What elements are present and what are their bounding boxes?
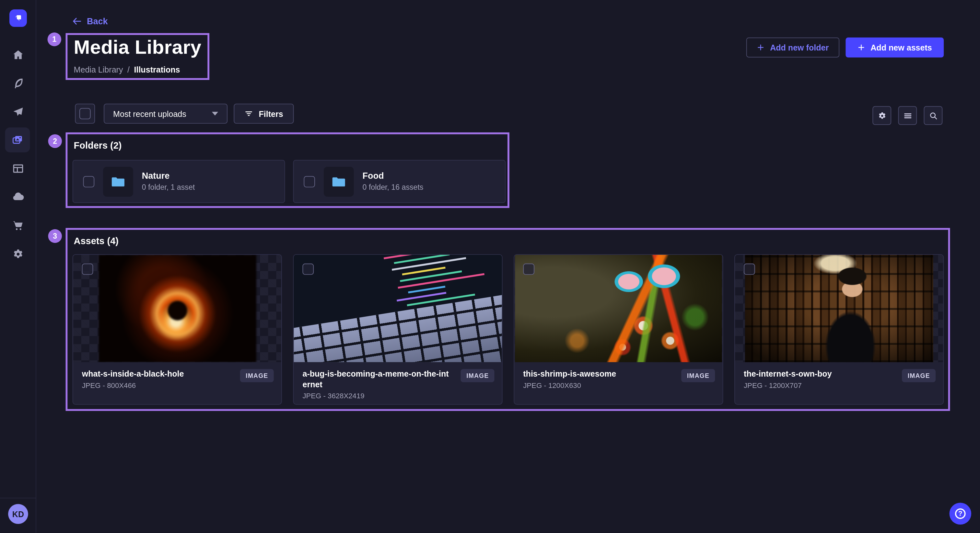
- asset-checkbox[interactable]: [744, 263, 755, 275]
- sidebar-divider: [0, 498, 36, 498]
- cloud-icon: [12, 190, 25, 203]
- sidebar-item-home[interactable]: [0, 43, 36, 67]
- folder-card-nature[interactable]: Nature 0 folder, 1 asset: [73, 160, 285, 203]
- select-all-checkbox[interactable]: [80, 108, 91, 119]
- folder-name: Food: [363, 170, 423, 182]
- asset-footer: this-shrimp-is-awesome JPEG - 1200X630 I…: [514, 362, 722, 405]
- asset-meta: JPEG - 1200X630: [523, 381, 715, 389]
- asset-footer: the-internet-s-own-boy JPEG - 1200X707 I…: [735, 362, 943, 405]
- folder-card-food[interactable]: Food 0 folder, 16 assets: [293, 160, 506, 203]
- asset-checkbox[interactable]: [82, 263, 93, 275]
- asset-title: this-shrimp-is-awesome: [523, 369, 673, 380]
- sidebar-item-releases[interactable]: [0, 99, 36, 124]
- asset-title: a-bug-is-becoming-a-meme-on-the-internet: [302, 369, 452, 390]
- annotation-badge-1: 1: [48, 32, 61, 46]
- filter-icon: [244, 109, 253, 118]
- folder-checkbox[interactable]: [304, 176, 315, 187]
- breadcrumb-current: Illustrations: [134, 65, 180, 75]
- sidebar-item-settings[interactable]: [0, 241, 36, 266]
- user-avatar[interactable]: KD: [8, 504, 28, 524]
- add-new-assets-button[interactable]: Add new assets: [845, 38, 944, 58]
- add-new-folder-button[interactable]: Add new folder: [746, 38, 839, 58]
- sidebar-item-media-library[interactable]: [5, 127, 30, 152]
- folder-icon: [331, 173, 347, 189]
- plus-icon: [757, 44, 765, 51]
- black-hole-photo: [99, 255, 256, 362]
- asset-footer: what-s-inside-a-black-hole JPEG - 800X46…: [73, 362, 281, 405]
- breadcrumb-separator: /: [127, 65, 130, 75]
- app-window: KD Back 1 Media Library Media Library / …: [0, 0, 980, 533]
- sidebar-item-deploy[interactable]: [0, 184, 36, 209]
- back-label: Back: [87, 16, 108, 26]
- library-portrait-photo: [745, 255, 933, 362]
- sort-select-value: Most recent uploads: [113, 109, 186, 119]
- sidebar-item-marketplace[interactable]: [0, 213, 36, 238]
- breadcrumb-root[interactable]: Media Library: [74, 65, 123, 75]
- strapi-logo-icon: [13, 13, 23, 23]
- gear-icon: [12, 248, 25, 261]
- folder-icon: [110, 173, 126, 189]
- asset-type-badge: IMAGE: [240, 369, 274, 382]
- question-mark-icon: ?: [955, 508, 966, 519]
- annotation-region-title: Media Library Media Library / Illustrati…: [66, 33, 210, 80]
- asset-meta: JPEG - 800X466: [82, 381, 274, 389]
- breadcrumb: Media Library / Illustrations: [74, 65, 180, 75]
- asset-checkbox[interactable]: [523, 263, 535, 275]
- asset-type-badge: IMAGE: [681, 369, 715, 382]
- asset-card-bug-meme[interactable]: a-bug-is-becoming-a-meme-on-the-internet…: [293, 254, 503, 405]
- asset-card-shrimp[interactable]: this-shrimp-is-awesome JPEG - 1200X630 I…: [514, 254, 723, 405]
- asset-type-badge: IMAGE: [461, 369, 495, 382]
- annotation-badge-2: 2: [48, 134, 62, 148]
- media-library-icon: [11, 134, 24, 146]
- assets-heading: Assets (4): [74, 235, 119, 246]
- folder-checkbox[interactable]: [83, 176, 95, 187]
- folder-name: Nature: [142, 170, 195, 182]
- folder-tile: [324, 167, 354, 197]
- back-arrow-icon: [72, 16, 82, 26]
- add-new-assets-label: Add new assets: [870, 43, 932, 52]
- filters-label: Filters: [259, 109, 283, 119]
- plus-icon: [858, 44, 865, 51]
- asset-title: what-s-inside-a-black-hole: [82, 369, 232, 380]
- home-icon: [12, 49, 25, 61]
- strapi-logo[interactable]: [10, 10, 27, 27]
- folders-heading: Folders (2): [74, 140, 122, 151]
- asset-type-badge: IMAGE: [902, 369, 935, 382]
- asset-card-black-hole[interactable]: what-s-inside-a-black-hole JPEG - 800X46…: [73, 254, 282, 405]
- sort-select[interactable]: Most recent uploads: [104, 104, 228, 124]
- view-settings-button[interactable]: [872, 106, 891, 125]
- sidebar-item-content-manager[interactable]: [0, 71, 36, 95]
- layout-icon: [12, 162, 25, 175]
- folder-meta: 0 folder, 1 asset: [142, 182, 195, 193]
- list-icon: [903, 111, 912, 120]
- asset-checkbox[interactable]: [302, 263, 314, 275]
- list-view-button[interactable]: [898, 106, 917, 125]
- chevron-down-icon: [212, 112, 218, 116]
- asset-title: the-internet-s-own-boy: [744, 369, 894, 380]
- filters-button[interactable]: Filters: [234, 104, 294, 124]
- asset-thumbnail: [514, 255, 722, 362]
- feather-icon: [12, 77, 25, 89]
- folder-info: Nature 0 folder, 1 asset: [142, 170, 195, 193]
- paper-plane-icon: [12, 106, 25, 118]
- help-button[interactable]: ?: [950, 503, 972, 525]
- asset-meta: JPEG - 3628X2419: [302, 392, 494, 400]
- back-link[interactable]: Back: [72, 16, 108, 26]
- asset-thumbnail: [73, 255, 281, 362]
- sidebar: KD: [0, 0, 36, 533]
- asset-card-internets-own-boy[interactable]: the-internet-s-own-boy JPEG - 1200X707 I…: [734, 254, 944, 405]
- laptop-code-photo: [293, 255, 503, 362]
- asset-footer: a-bug-is-becoming-a-meme-on-the-internet…: [294, 362, 502, 405]
- page-title: Media Library: [74, 36, 202, 59]
- search-button[interactable]: [924, 106, 942, 125]
- asset-thumbnail: [735, 255, 943, 362]
- add-new-folder-label: Add new folder: [770, 43, 829, 52]
- asset-thumbnail: [294, 255, 502, 362]
- asset-meta: JPEG - 1200X707: [744, 381, 935, 389]
- folder-meta: 0 folder, 16 assets: [363, 182, 423, 193]
- folder-tile: [103, 167, 133, 197]
- sidebar-item-content-type-builder[interactable]: [0, 156, 36, 181]
- search-icon: [929, 111, 938, 120]
- annotation-region-assets: Assets (4) what-s-inside-a-black-hole JP…: [66, 228, 950, 411]
- annotation-badge-3: 3: [48, 229, 62, 243]
